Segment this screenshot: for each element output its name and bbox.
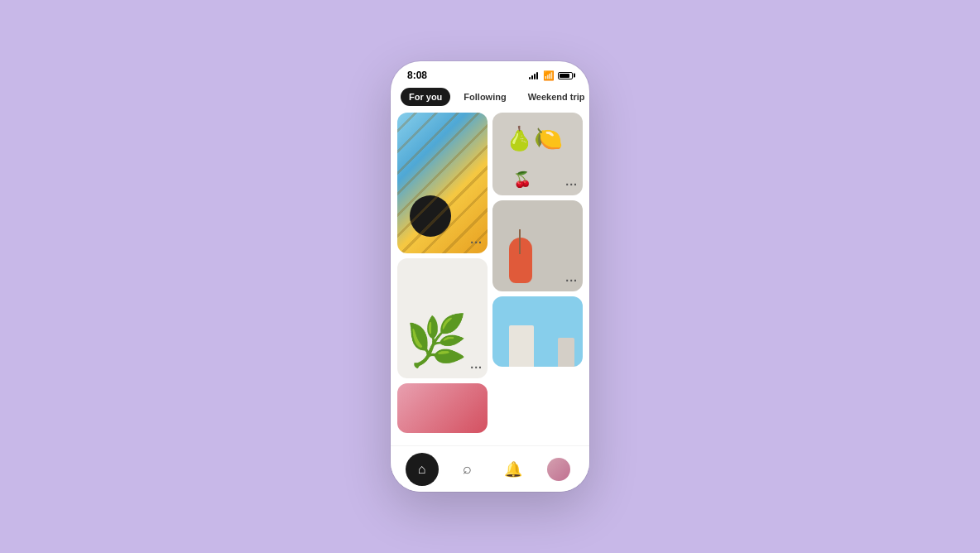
pin-card-smoothie[interactable]: ··· [492, 200, 583, 291]
bell-icon: 🔔 [504, 460, 522, 478]
more-options-icon[interactable]: ··· [565, 275, 578, 286]
home-icon: ⌂ [418, 462, 426, 477]
pin-card-building[interactable] [492, 296, 583, 367]
pin-card-fruits[interactable]: ··· [492, 113, 583, 195]
status-time: 8:08 [407, 70, 427, 81]
status-icons: 📶 [529, 70, 573, 81]
pin-card-plant[interactable]: ··· [397, 258, 488, 378]
wifi-icon: 📶 [543, 70, 555, 81]
nav-notifications-button[interactable]: 🔔 [497, 453, 530, 486]
more-options-icon[interactable]: ··· [565, 179, 578, 190]
right-column: ··· ··· [492, 113, 583, 445]
left-column: ··· ··· [397, 113, 488, 445]
search-icon: ⌕ [463, 460, 472, 478]
pin-grid: ··· ··· ··· ··· [391, 113, 589, 445]
filter-tabs: For you Following Weekend trip Kitch [391, 84, 589, 113]
bottom-nav: ⌂ ⌕ 🔔 [391, 445, 589, 492]
tab-following[interactable]: Following [455, 88, 514, 106]
pin-card-abstract[interactable] [397, 383, 488, 433]
more-options-icon[interactable]: ··· [470, 237, 483, 248]
nav-profile-button[interactable] [542, 453, 575, 486]
battery-icon [558, 72, 573, 79]
more-options-icon[interactable]: ··· [470, 362, 483, 373]
status-bar: 8:08 📶 [391, 61, 589, 84]
tab-weekend-trip[interactable]: Weekend trip [520, 88, 589, 106]
nav-search-button[interactable]: ⌕ [451, 453, 484, 486]
pin-card-staircase[interactable]: ··· [397, 113, 488, 253]
avatar [547, 458, 570, 481]
signal-icon [529, 71, 538, 79]
tab-for-you[interactable]: For you [401, 88, 450, 106]
phone-frame: 8:08 📶 For you Following Weekend trip Ki… [391, 61, 589, 492]
nav-home-button[interactable]: ⌂ [406, 453, 439, 486]
